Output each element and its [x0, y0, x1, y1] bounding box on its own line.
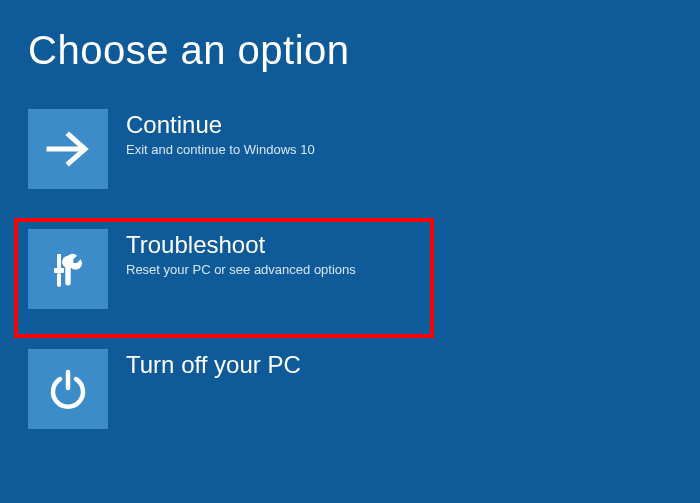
continue-icon-box — [28, 109, 108, 189]
troubleshoot-title: Troubleshoot — [126, 231, 356, 260]
continue-option[interactable]: Continue Exit and continue to Windows 10 — [28, 109, 428, 199]
arrow-right-icon — [43, 124, 93, 174]
page-title: Choose an option — [0, 0, 700, 73]
troubleshoot-text: Troubleshoot Reset your PC or see advanc… — [108, 229, 356, 277]
tools-icon — [43, 244, 93, 294]
troubleshoot-option[interactable]: Troubleshoot Reset your PC or see advanc… — [28, 229, 428, 319]
turnoff-icon-box — [28, 349, 108, 429]
svg-rect-1 — [57, 254, 61, 268]
svg-rect-3 — [57, 273, 61, 287]
turnoff-title: Turn off your PC — [126, 351, 301, 380]
svg-rect-2 — [54, 268, 64, 273]
turnoff-text: Turn off your PC — [108, 349, 301, 382]
power-icon — [43, 364, 93, 414]
troubleshoot-icon-box — [28, 229, 108, 309]
continue-text: Continue Exit and continue to Windows 10 — [108, 109, 315, 157]
continue-title: Continue — [126, 111, 315, 140]
continue-desc: Exit and continue to Windows 10 — [126, 142, 315, 157]
turnoff-option[interactable]: Turn off your PC — [28, 349, 428, 439]
options-list: Continue Exit and continue to Windows 10 — [0, 73, 700, 439]
troubleshoot-desc: Reset your PC or see advanced options — [126, 262, 356, 277]
